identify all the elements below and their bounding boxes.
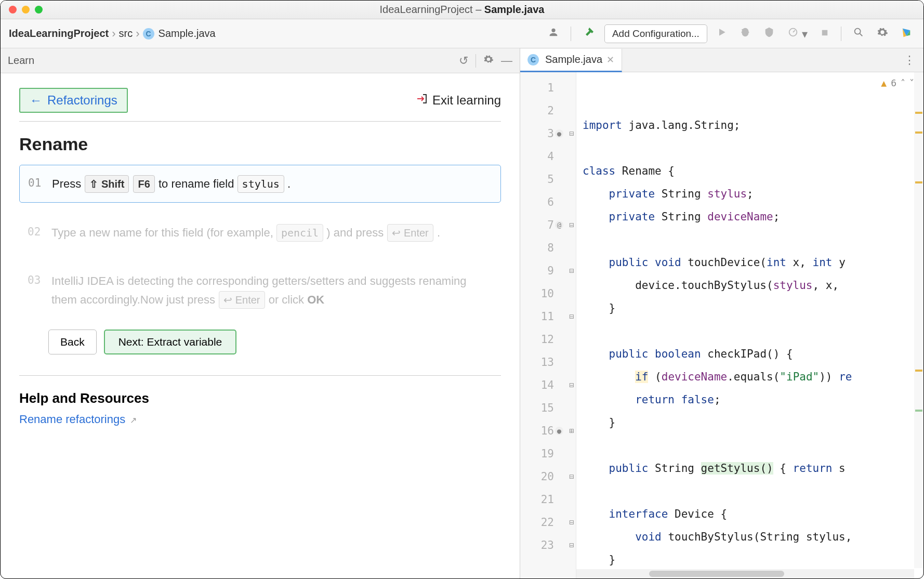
build-icon[interactable] xyxy=(579,25,598,43)
separator xyxy=(476,54,476,68)
lesson-step-1: 01 Press ⇧ Shift F6 to rename field styl… xyxy=(19,165,501,203)
divider xyxy=(19,121,501,122)
navbar: IdeaLearningProject › src › C Sample.jav… xyxy=(1,19,923,48)
step-text: Press ⇧ Shift F6 to rename field stylus … xyxy=(52,175,291,193)
step-buttons: Back Next: Extract variable xyxy=(19,330,501,354)
settings-gear-icon[interactable] xyxy=(874,25,891,42)
code-area[interactable]: ▲ 6 ˄ ˅ import java.lang.String;class Re… xyxy=(576,72,923,578)
editor-tabs: C Sample.java ✕ ⋮ xyxy=(520,48,923,72)
breadcrumb-dir[interactable]: src xyxy=(119,28,133,40)
chevron-up-icon[interactable]: ˄ xyxy=(901,77,905,88)
jetbrains-icon[interactable] xyxy=(897,25,915,42)
overview-ruler[interactable] xyxy=(914,72,923,568)
tab-options-icon[interactable]: ⋮ xyxy=(895,54,923,67)
restart-icon[interactable]: ↺ xyxy=(459,54,468,68)
learn-panel-title: Learn xyxy=(8,55,452,67)
debug-icon[interactable] xyxy=(736,25,754,42)
toolbar-right: Add Configuration... ▾ xyxy=(545,24,915,43)
code-token: pencil xyxy=(276,224,323,242)
shortcut-key: ↩ Enter xyxy=(387,224,433,242)
tab-filename: Sample.java xyxy=(545,54,602,65)
svg-marker-0 xyxy=(719,29,725,35)
learn-panel-header: Learn ↺ — xyxy=(1,48,520,73)
breadcrumb-file[interactable]: Sample.java xyxy=(159,28,216,40)
learn-body: ← Refactorings Exit learning Rename 01 P… xyxy=(1,73,520,578)
shortcut-key: F6 xyxy=(133,175,154,193)
add-configuration-button[interactable]: Add Configuration... xyxy=(604,24,707,43)
stop-icon[interactable] xyxy=(817,26,833,42)
back-button[interactable]: Back xyxy=(48,330,97,354)
lesson-step-3: 03 IntelliJ IDEA is detecting the corres… xyxy=(19,262,501,318)
user-icon[interactable] xyxy=(545,25,562,42)
horizontal-scrollbar[interactable] xyxy=(576,569,914,578)
code-token: stylus xyxy=(237,175,284,193)
editor-tab[interactable]: C Sample.java ✕ xyxy=(520,49,622,72)
shortcut-key: ↩ Enter xyxy=(219,291,265,309)
help-link[interactable]: Rename refactorings xyxy=(19,413,125,426)
problems-count: 6 xyxy=(891,77,896,88)
separator xyxy=(571,27,571,41)
step-text: IntelliJ IDEA is detecting the correspon… xyxy=(51,272,493,308)
step-number: 01 xyxy=(28,175,44,193)
warning-icon: ▲ xyxy=(881,77,887,88)
close-tab-icon[interactable]: ✕ xyxy=(606,54,614,65)
breadcrumb[interactable]: IdeaLearningProject › src › C Sample.jav… xyxy=(9,27,543,41)
help-link-row: Rename refactorings ↗ xyxy=(19,413,501,426)
class-file-icon: C xyxy=(527,54,539,65)
code-editor[interactable]: 123●⊟4567@⊟89⊟1011⊟121314⊟1516●⊞1920⊟212… xyxy=(520,72,923,578)
coverage-icon[interactable] xyxy=(760,25,778,42)
step-number: 03 xyxy=(28,272,43,308)
gear-icon[interactable] xyxy=(483,54,494,68)
profiler-icon[interactable]: ▾ xyxy=(784,25,811,42)
exit-learning-link[interactable]: Exit learning xyxy=(416,93,501,108)
next-button[interactable]: Next: Extract variable xyxy=(104,330,237,354)
minimize-icon[interactable]: — xyxy=(501,54,512,68)
step-text: Type a new name for this field (for exam… xyxy=(51,223,440,242)
chevron-right-icon: › xyxy=(135,27,140,41)
help-title: Help and Resources xyxy=(19,375,501,406)
titlebar: IdeaLearningProject – Sample.java xyxy=(1,1,923,19)
svg-rect-2 xyxy=(822,30,828,35)
arrow-left-icon: ← xyxy=(30,93,42,108)
exit-icon xyxy=(416,93,428,108)
step-number: 02 xyxy=(28,223,43,242)
run-icon[interactable] xyxy=(714,26,730,42)
chevron-right-icon: › xyxy=(111,27,116,41)
main-split: Learn ↺ — ← Refactorings Exit learning xyxy=(1,48,923,578)
breadcrumb-project[interactable]: IdeaLearningProject xyxy=(9,28,109,40)
chevron-down-icon[interactable]: ˅ xyxy=(909,77,914,88)
external-link-icon: ↗ xyxy=(130,416,137,425)
svg-point-3 xyxy=(855,28,861,34)
editor-panel: C Sample.java ✕ ⋮ 123●⊟4567@⊟89⊟1011⊟121… xyxy=(520,48,923,578)
separator xyxy=(841,27,841,41)
problems-widget[interactable]: ▲ 6 ˄ ˅ xyxy=(881,77,914,88)
learn-panel: Learn ↺ — ← Refactorings Exit learning xyxy=(1,48,520,578)
lesson-title: Rename xyxy=(19,134,501,154)
shortcut-key: ⇧ Shift xyxy=(85,175,129,193)
back-to-refactorings-link[interactable]: ← Refactorings xyxy=(19,88,128,113)
class-file-icon: C xyxy=(143,28,154,40)
search-icon[interactable] xyxy=(850,25,867,42)
lesson-step-2: 02 Type a new name for this field (for e… xyxy=(19,214,501,251)
line-gutter: 123●⊟4567@⊟89⊟1011⊟121314⊟1516●⊞1920⊟212… xyxy=(520,72,576,578)
window-title: IdeaLearningProject – Sample.java xyxy=(1,4,923,16)
